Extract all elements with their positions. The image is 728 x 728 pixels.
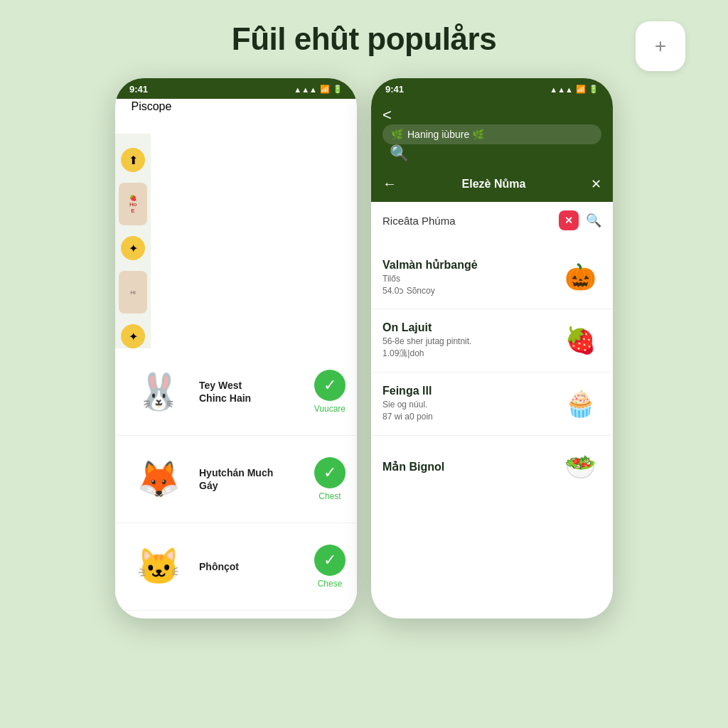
pet-status-0: ✓ Vuucare bbox=[314, 370, 346, 414]
right-battery-icon: 🔋 bbox=[589, 85, 599, 94]
left-nav-bar: ← Piscope ≡ bbox=[115, 99, 357, 134]
pet-name-1: Hyutchán MuchGáy bbox=[199, 466, 306, 492]
pet-name-0: Tey WestChinc Hain bbox=[199, 379, 306, 405]
battery-icon: 🔋 bbox=[333, 85, 343, 94]
check-circle-2: ✓ bbox=[314, 545, 346, 576]
pet-info-0: Tey WestChinc Hain bbox=[199, 379, 306, 405]
search-icon-button[interactable]: 🔍 bbox=[586, 213, 601, 228]
pet-status-2: ✓ Chese bbox=[314, 545, 346, 589]
signal-icon: ▲▲▲ bbox=[294, 85, 317, 94]
result-info-3: Mản Bignol bbox=[382, 460, 550, 475]
pet-emoji-0: 🐰 bbox=[129, 362, 189, 422]
right-search-icon[interactable]: 🔍 bbox=[390, 144, 409, 162]
sub-close-button[interactable]: ✕ bbox=[591, 176, 601, 192]
phones-container: 9:41 ▲▲▲ 📶 🔋 ← Piscope ≡ ⬆ 🍓HoE ✦ bbox=[0, 71, 728, 626]
right-time: 9:41 bbox=[385, 84, 404, 95]
strip-icon-0[interactable]: ⬆ bbox=[121, 148, 145, 172]
search-input[interactable]: Riceâta Phúma bbox=[382, 215, 552, 227]
pet-emoji-2: 🐱 bbox=[129, 537, 189, 597]
right-signal-icon: ▲▲▲ bbox=[550, 85, 573, 94]
check-circle-1: ✓ bbox=[314, 457, 346, 488]
strip-icon-1[interactable]: ✦ bbox=[121, 236, 145, 260]
strip-label-hi: Hi bbox=[130, 289, 136, 296]
sub-nav-title: Elezè Nůma bbox=[462, 178, 526, 191]
left-status-bar: 9:41 ▲▲▲ 📶 🔋 bbox=[115, 78, 357, 99]
pet-emoji-1: 🦊 bbox=[129, 449, 189, 510]
pet-item-0[interactable]: 🐰 Tey WestChinc Hain ✓ Vuucare bbox=[115, 348, 357, 436]
pet-image-1: 🦊 bbox=[127, 447, 191, 511]
result-image-0: 🎃 bbox=[559, 256, 601, 299]
pet-status-1: ✓ Chest bbox=[314, 457, 346, 501]
left-nav-title: Piscope bbox=[131, 100, 171, 112]
menu-icon[interactable]: ≡ bbox=[115, 114, 135, 134]
result-sub1-0: Tilős bbox=[382, 273, 550, 285]
result-sub2-0: 54.0ↄ Sõncoy bbox=[382, 285, 550, 297]
left-content: ⬆ 🍓HoE ✦ Hi ✦ 🐰 Tey WestChinc bbox=[115, 134, 357, 611]
result-item-0[interactable]: Valmàn hủrbangė Tilős 54.0ↄ Sõncoy 🎃 bbox=[371, 246, 613, 309]
result-info-1: On Lajuit 56-8e sher jutag pintnit. 1.09… bbox=[382, 321, 550, 360]
left-phone: 9:41 ▲▲▲ 📶 🔋 ← Piscope ≡ ⬆ 🍓HoE ✦ bbox=[115, 78, 357, 619]
result-item-3[interactable]: Mản Bignol 🥗 bbox=[371, 436, 613, 498]
page-header: Fûil ehût populårs + bbox=[0, 0, 728, 71]
right-status-bar: 9:41 ▲▲▲ 📶 🔋 bbox=[371, 78, 613, 99]
strip-icon-2[interactable]: ✦ bbox=[121, 324, 145, 348]
result-sub1-1: 56-8e sher jutag pintnit. bbox=[382, 336, 550, 348]
left-status-icons: ▲▲▲ 📶 🔋 bbox=[294, 85, 343, 94]
pet-item-1[interactable]: 🦊 Hyutchán MuchGáy ✓ Chest bbox=[115, 436, 357, 523]
sub-back-button[interactable]: ← bbox=[382, 176, 397, 192]
pet-image-0: 🐰 bbox=[127, 360, 191, 424]
right-phone: 9:41 ▲▲▲ 📶 🔋 < 🌿 Haning iùbure 🌿 🔍 ← Ele… bbox=[371, 78, 613, 619]
result-image-3: 🥗 bbox=[559, 446, 601, 488]
right-sub-nav: ← Elezè Nůma ✕ bbox=[371, 170, 613, 202]
strip-image-0: 🍓HoE bbox=[119, 183, 147, 225]
right-nav-title: Haning iùbure 🌿 bbox=[407, 129, 484, 140]
result-info-2: Feinga lll Sie og núul. 87 wi a0 poin bbox=[382, 385, 550, 423]
pet-image-2: 🐱 bbox=[127, 535, 191, 599]
search-bar: Riceâta Phúma ✕ 🔍 bbox=[371, 202, 613, 239]
result-name-3: Mản Bignol bbox=[382, 460, 550, 473]
wifi-icon: 📶 bbox=[320, 85, 330, 94]
pet-item-2[interactable]: 🐱 Phônçot ✓ Chese bbox=[115, 523, 357, 611]
right-wifi-icon: 📶 bbox=[576, 85, 586, 94]
pet-status-label-2: Chese bbox=[318, 579, 343, 589]
check-circle-0: ✓ bbox=[314, 370, 346, 401]
right-status-icons: ▲▲▲ 📶 🔋 bbox=[550, 85, 599, 94]
left-back-button[interactable]: ← bbox=[115, 99, 128, 113]
right-nav-bar: < 🌿 Haning iùbure 🌿 🔍 bbox=[371, 99, 613, 170]
result-sub2-2: 87 wi a0 poin bbox=[382, 411, 550, 423]
results-list: Valmàn hủrbangė Tilős 54.0ↄ Sõncoy 🎃 On … bbox=[371, 246, 613, 498]
result-name-0: Valmàn hủrbangė bbox=[382, 258, 550, 272]
result-item-2[interactable]: Feinga lll Sie og núul. 87 wi a0 poin 🧁 bbox=[371, 373, 613, 436]
left-time: 9:41 bbox=[129, 84, 148, 95]
result-sub1-2: Sie og núul. bbox=[382, 399, 550, 411]
result-sub2-1: 1.09蕅|doh bbox=[382, 348, 550, 360]
strip-image-1: Hi bbox=[119, 271, 147, 314]
pet-info-2: Phônçot bbox=[199, 560, 306, 573]
result-image-1: 🍓 bbox=[559, 319, 601, 362]
result-item-1[interactable]: On Lajuit 56-8e sher jutag pintnit. 1.09… bbox=[371, 309, 613, 373]
pet-status-label-1: Chest bbox=[318, 491, 341, 501]
right-content: Riceâta Phúma ✕ 🔍 Valmàn hủrbangė Tilős … bbox=[371, 202, 613, 498]
result-info-0: Valmàn hủrbangė Tilős 54.0ↄ Sõncoy bbox=[382, 258, 550, 297]
menu-icon-symbol: ≡ bbox=[122, 119, 127, 129]
right-back-button[interactable]: < bbox=[382, 106, 392, 124]
pet-status-label-0: Vuucare bbox=[314, 404, 346, 414]
left-strip: ⬆ 🍓HoE ✦ Hi ✦ bbox=[115, 134, 151, 348]
right-nav-title-container: 🌿 Haning iùbure 🌿 bbox=[382, 124, 601, 144]
result-image-2: 🧁 bbox=[559, 382, 601, 425]
search-clear-button[interactable]: ✕ bbox=[559, 210, 579, 230]
pet-list: 🐰 Tey WestChinc Hain ✓ Vuucare 🦊 bbox=[115, 348, 357, 611]
page-title: Fûil ehût populårs bbox=[0, 21, 728, 57]
pet-name-2: Phônçot bbox=[199, 560, 306, 573]
pet-info-1: Hyutchán MuchGáy bbox=[199, 466, 306, 492]
herb-icon: 🌿 bbox=[391, 129, 403, 140]
result-name-1: On Lajuit bbox=[382, 321, 550, 334]
result-name-2: Feinga lll bbox=[382, 385, 550, 397]
strip-label-ho: HoE bbox=[129, 201, 136, 214]
plus-button[interactable]: + bbox=[636, 21, 685, 71]
